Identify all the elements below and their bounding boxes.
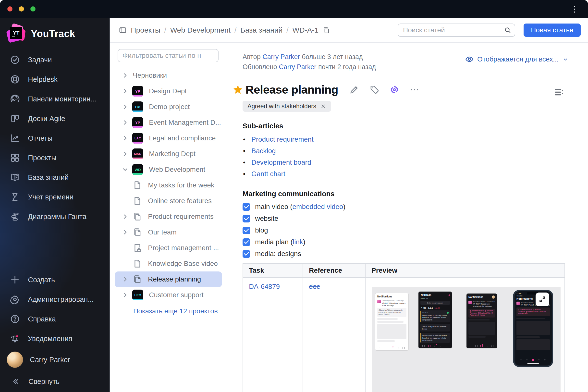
show-more-projects-link[interactable]: Показать еще 12 проектов [110,303,227,315]
ai-assistant-button[interactable] [389,84,400,95]
edit-article-button[interactable] [349,84,360,95]
copy-icon[interactable] [322,26,330,34]
tree-item-product-requirements[interactable]: Product requirements [110,209,227,224]
embedded-video-link[interactable]: embedded video [292,203,343,210]
sidebar-item-helpdesk[interactable]: Helpdesk [0,70,109,89]
sidebar-item-dashboards[interactable]: Панели мониторин... [0,89,109,109]
checkbox-checked[interactable] [242,215,250,222]
minimize-window-button[interactable] [19,6,24,12]
list-item: •Backlog [242,145,588,156]
media-plan-link[interactable]: link [293,238,303,246]
tree-item-demo-project[interactable]: DP Demo project [110,99,227,115]
tree-item-our-team[interactable]: Our team [110,224,227,240]
bell-icon [10,334,20,344]
sidebar-item-notifications[interactable]: Уведомления [0,329,109,348]
favorite-star-icon[interactable] [232,84,244,95]
sub-article-link[interactable]: Product requirement [251,134,314,145]
app-logo[interactable]: YT YouTrack [0,18,109,49]
articles-stack-icon [132,274,142,284]
tags-button[interactable] [369,84,380,95]
chevron-right-icon[interactable] [122,213,129,220]
search-icon[interactable] [504,26,511,34]
visibility-selector[interactable]: Отображается для всех... [465,55,569,64]
sidebar-item-agile-boards[interactable]: Доски Agile [0,109,109,128]
checkbox-checked[interactable] [242,226,250,234]
tree-item-online-store-features[interactable]: Online store features [110,193,227,209]
double-chevron-left-icon [11,377,20,386]
tree-item-customer-support[interactable]: HEC Customer support [110,287,227,303]
tree-item-project-management[interactable]: Project management ... [110,240,227,256]
task-link[interactable]: DA-64879 [249,283,280,290]
sidebar-item-gantt-charts[interactable]: Диаграммы Ганта [0,207,109,226]
tag-chip[interactable]: Agreed with stakeholders [242,101,331,112]
checklist-item: media: designs [242,248,588,260]
breadcrumb-article-id[interactable]: WD-A-1 [292,26,319,34]
list-item: •Gantt chart [242,168,588,180]
checklist-item: media plan (link) [242,236,588,248]
breadcrumb-project[interactable]: Web Development [170,26,230,34]
window-menu-icon[interactable]: ⋮ [570,4,579,14]
author-link[interactable]: Carry Parker [262,53,300,60]
chevron-right-icon[interactable] [122,103,129,110]
tree-item-release-planning[interactable]: Release planning [115,272,222,287]
breadcrumb-projects[interactable]: Проекты [131,26,160,34]
sidebar-item-reports[interactable]: Отчеты [0,128,109,148]
table-of-contents-button[interactable] [554,87,564,98]
checkbox-checked[interactable] [242,203,250,211]
sidebar-item-administration[interactable]: Администрирован... [0,290,109,309]
chevron-right-icon[interactable] [122,88,129,95]
new-article-button[interactable]: Новая статья [524,24,581,37]
preview-image[interactable]: Notifications Hans Krippendorf · 19 min … [372,287,560,392]
chevron-right-icon[interactable] [122,228,129,236]
reference-link[interactable]: doc [309,283,320,290]
remove-tag-icon[interactable] [320,104,326,109]
sub-article-link[interactable]: Backlog [251,145,276,156]
filter-articles-input[interactable] [118,49,218,62]
sub-article-link[interactable]: Gantt chart [251,168,286,180]
sidebar-item-issues[interactable]: Задачи [0,50,109,70]
chevron-right-icon[interactable] [122,150,129,158]
column-header-reference: Reference [303,264,365,278]
checkbox-checked[interactable] [242,238,250,246]
chevron-right-icon[interactable] [122,72,129,79]
tag-icon [369,84,380,95]
panel-toggle-icon[interactable] [118,26,127,34]
eye-icon [465,55,474,64]
youtrack-logo-icon: YT [7,24,26,43]
sidebar-item-time-tracking[interactable]: Учет времени [0,187,109,207]
article-view: Автор Carry Parker больше 3 лет назад Об… [227,43,588,392]
dashboards-icon [10,94,20,104]
chevron-right-icon[interactable] [122,134,129,142]
chevron-right-icon[interactable] [122,276,129,283]
article-icon [132,196,142,206]
search-input[interactable] [398,24,515,37]
sidebar-item-projects[interactable]: Проекты [0,148,109,168]
ai-spiral-icon [389,84,400,95]
more-actions-button[interactable] [410,84,420,95]
tree-item-event-management[interactable]: YP Event Management D... [110,115,227,130]
tree-item-knowledge-base-video[interactable]: Knowledge Base video [110,256,227,272]
sidebar-item-knowledge-base[interactable]: База знаний [0,168,109,187]
tree-item-legal-and-compliance[interactable]: LAC Legal and compliance [110,130,227,146]
sub-article-link[interactable]: Development board [251,156,311,168]
chevron-down-icon[interactable] [122,166,129,173]
breadcrumb-knowledge-base[interactable]: База знаний [240,26,282,34]
tree-item-my-tasks[interactable]: My tasks for the week [110,178,227,193]
updater-link[interactable]: Carry Parker [279,63,316,70]
article-title-row: Release planning [232,83,588,96]
chevron-right-icon[interactable] [122,291,129,299]
tree-item-web-development[interactable]: WD Web Development [110,162,227,178]
list-item: •Development board [242,156,588,168]
sidebar-item-help[interactable]: Справка [0,309,109,329]
close-window-button[interactable] [7,6,12,12]
sidebar-item-create[interactable]: Создать [0,270,109,290]
tree-item-design-dept[interactable]: YP Design Dept [110,83,227,99]
tree-item-drafts[interactable]: Черновики [110,68,227,83]
expand-image-button[interactable] [536,292,549,306]
user-menu[interactable]: Carry Parker [0,348,109,371]
zoom-window-button[interactable] [30,6,36,12]
checkbox-checked[interactable] [242,250,250,258]
collapse-sidebar-button[interactable]: Свернуть [0,371,109,392]
chevron-right-icon[interactable] [122,119,129,126]
tree-item-marketing-dept[interactable]: MAR Marketing Dept [110,146,227,162]
